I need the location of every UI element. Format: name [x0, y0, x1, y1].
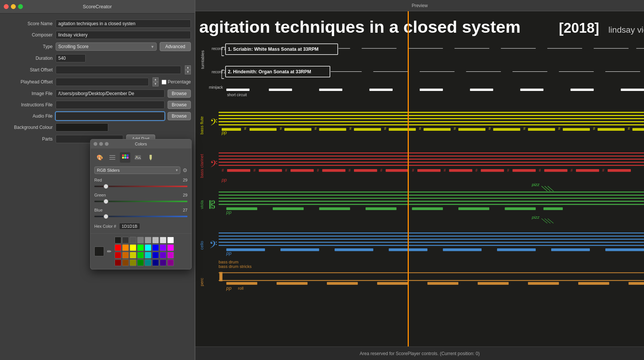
close-button[interactable]	[4, 4, 9, 9]
color-wheel-icon[interactable]: 🎨	[94, 152, 105, 163]
perc-pp: pp	[226, 286, 231, 291]
hex-value[interactable]: 1D1D1B	[119, 223, 140, 230]
audio-browse-button[interactable]: Browse	[168, 112, 191, 120]
advanced-button[interactable]: Advanced	[160, 42, 191, 51]
color-cell[interactable]	[152, 237, 159, 244]
current-color-box[interactable]	[94, 247, 104, 256]
image-file-input[interactable]	[56, 89, 165, 98]
bc-line3	[219, 159, 644, 160]
color-cell[interactable]	[167, 237, 174, 244]
bg-colour-row: Background Colour	[4, 123, 191, 132]
vc-pp: pp	[226, 251, 231, 256]
perc-line1	[219, 272, 644, 273]
colors-close[interactable]	[94, 142, 97, 146]
score-name-input[interactable]	[56, 20, 191, 28]
blue-slider-thumb[interactable]	[104, 214, 108, 219]
duration-input[interactable]	[56, 54, 86, 62]
bf-line3	[219, 118, 644, 119]
maximize-button[interactable]	[18, 4, 23, 9]
bc-hash11: #	[539, 168, 541, 172]
perc-dash8	[578, 282, 609, 285]
composer-input[interactable]	[56, 31, 191, 39]
svg-rect-6	[122, 157, 124, 159]
color-cell[interactable]	[130, 237, 136, 244]
pizz2-arrow3	[548, 219, 553, 223]
image-browse-button[interactable]: Browse	[168, 89, 191, 98]
bc-dash10	[512, 169, 536, 172]
duration-label: Duration	[4, 56, 53, 61]
green-slider-track[interactable]	[94, 198, 187, 205]
color-cell[interactable]	[130, 244, 136, 251]
audio-file-row: Audio File Browse	[4, 112, 191, 120]
color-cell[interactable]	[145, 252, 151, 259]
color-cell[interactable]	[137, 252, 144, 259]
color-cell[interactable]	[130, 252, 136, 259]
va-line3	[219, 198, 644, 199]
color-cell[interactable]	[115, 259, 121, 266]
playhead-up[interactable]: ▲	[153, 77, 159, 82]
color-cell[interactable]	[152, 252, 159, 259]
start-offset-input[interactable]	[56, 66, 181, 74]
color-cell[interactable]	[137, 244, 144, 251]
playhead-offset-input[interactable]	[56, 78, 149, 86]
color-cell[interactable]	[115, 252, 121, 259]
color-sliders-icon[interactable]	[107, 152, 118, 163]
color-cell[interactable]	[160, 259, 166, 266]
colors-min[interactable]	[99, 142, 103, 146]
color-cell[interactable]	[122, 252, 129, 259]
color-cell[interactable]	[130, 259, 136, 266]
color-cell[interactable]	[137, 259, 144, 266]
color-cell[interactable]	[122, 259, 129, 266]
color-cell[interactable]	[122, 244, 129, 251]
color-mode-select[interactable]: RGB Sliders HSB Sliders Grayscale Slider	[94, 166, 180, 174]
vc-dash2	[280, 248, 319, 251]
percentage-checkbox-label[interactable]: Percentage	[162, 79, 191, 85]
green-slider-thumb[interactable]	[104, 199, 108, 204]
color-cell[interactable]	[115, 237, 121, 244]
eyedropper-button[interactable]: ✏	[107, 248, 112, 254]
instructions-browse-button[interactable]: Browse	[168, 101, 191, 109]
color-cell[interactable]	[160, 244, 166, 251]
color-cell[interactable]	[160, 252, 166, 259]
playhead-down[interactable]: ▼	[153, 82, 159, 86]
minimize-button[interactable]	[11, 4, 16, 9]
perc-line2	[219, 280, 644, 281]
red-slider-thumb[interactable]	[104, 184, 108, 189]
color-cell[interactable]	[145, 237, 151, 244]
color-cell[interactable]	[137, 237, 144, 244]
color-cell[interactable]	[145, 259, 151, 266]
color-cell[interactable]	[152, 259, 159, 266]
color-crayon-icon[interactable]	[145, 152, 156, 163]
perc-dash7	[528, 282, 559, 285]
color-cell[interactable]	[160, 237, 166, 244]
color-cell[interactable]	[152, 244, 159, 251]
bc-hash4: #	[317, 168, 319, 172]
percentage-checkbox[interactable]	[162, 80, 166, 85]
color-cell[interactable]	[145, 244, 151, 251]
cello-label: cello	[200, 241, 204, 250]
bc-hash7: #	[412, 168, 414, 172]
bc-line1	[219, 153, 644, 154]
start-offset-down[interactable]: ▼	[185, 70, 191, 74]
blue-slider-track[interactable]	[94, 213, 187, 220]
audio-file-input[interactable]	[56, 112, 165, 120]
color-cell[interactable]	[167, 259, 174, 266]
type-row: Type Scrolling Score Static Score Graphi…	[4, 42, 191, 51]
va-dash3	[319, 207, 350, 210]
color-image-icon[interactable]	[133, 152, 143, 163]
color-cell[interactable]	[167, 252, 174, 259]
color-cell[interactable]	[167, 244, 174, 251]
color-cell[interactable]	[115, 244, 121, 251]
start-offset-up[interactable]: ▲	[185, 65, 191, 70]
instructions-file-input[interactable]	[56, 101, 165, 109]
color-cell[interactable]	[122, 237, 129, 244]
bc-dash6	[385, 169, 409, 172]
bg-colour-swatch[interactable]	[56, 123, 108, 132]
bc-dash2	[259, 169, 282, 172]
gear-button[interactable]: ⚙	[183, 167, 187, 173]
green-slider-bg	[94, 201, 187, 202]
color-grid-icon[interactable]	[120, 152, 130, 163]
type-select[interactable]: Scrolling Score Static Score Graphic Sco…	[56, 42, 157, 51]
red-slider-track[interactable]	[94, 183, 187, 190]
colors-max[interactable]	[105, 142, 109, 146]
